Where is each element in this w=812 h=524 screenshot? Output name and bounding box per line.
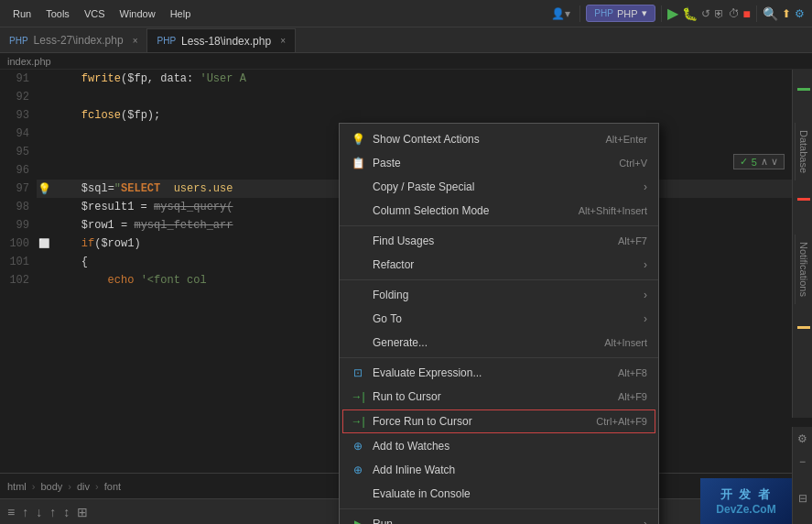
evaluate-icon: ⊡ (351, 366, 365, 379)
folding-label: Folding (373, 289, 408, 301)
separator-4 (340, 508, 658, 509)
user-icon[interactable]: 👤▾ (551, 7, 570, 20)
run-button[interactable]: ▶ (667, 5, 678, 22)
tab-close-less18[interactable]: × (280, 36, 286, 46)
tab-close-less27[interactable]: × (133, 36, 138, 46)
evaluate-shortcut: Alt+F8 (618, 367, 647, 378)
watermark-line2: DevZe.CoM (716, 503, 775, 516)
menu-force-run-to-cursor[interactable]: →| Force Run to Cursor Ctrl+Alt+F9 (342, 409, 655, 433)
menu-run[interactable]: ▶ Run › (340, 512, 658, 524)
tab-label-less27: Less-27\index.php (34, 34, 124, 47)
menu-folding[interactable]: Folding › (340, 283, 658, 307)
force-run-cursor-icon: →| (351, 415, 365, 428)
watermark: 开 发 者 DevZe.CoM (700, 478, 792, 524)
menu-evaluate-console[interactable]: Evaluate in Console (340, 482, 658, 506)
menu-show-context-actions[interactable]: 💡 Show Context Actions Alt+Enter (340, 127, 658, 151)
scroll-mark-yellow3 (797, 326, 810, 329)
generate-label: Generate... (373, 336, 428, 349)
breadcrumb-div: div (77, 481, 90, 492)
file-indicator: index.php (0, 53, 812, 70)
run-label: Run (373, 518, 393, 524)
add-watches-label: Add to Watches (373, 440, 449, 453)
menu-add-to-watches[interactable]: ⊕ Add to Watches (340, 434, 658, 458)
separator-2 (340, 279, 658, 280)
go-to-arrow: › (644, 312, 647, 325)
php-dropdown-arrow: ▾ (642, 7, 647, 19)
code-line-91: 91 fwrite($fp, data: 'User A (0, 70, 792, 88)
coverage-button[interactable]: ⛨ (714, 7, 725, 20)
tools-menu[interactable]: Tools (40, 6, 75, 21)
run-menu[interactable]: Run (7, 6, 37, 21)
tab-icon-less27: PHP (9, 36, 28, 46)
file-title: index.php (7, 56, 51, 67)
vcs-menu[interactable]: VCS (79, 6, 111, 21)
menu-refactor[interactable]: Refactor › (340, 253, 658, 277)
upload-icon[interactable]: ↑ (22, 505, 28, 519)
window-menu[interactable]: Window (114, 6, 161, 21)
update-button[interactable]: ⬆ (782, 7, 791, 20)
column-sel-shortcut: Alt+Shift+Insert (579, 205, 647, 216)
go-to-label: Go To (373, 312, 402, 325)
menu-evaluate-expression[interactable]: ⊡ Evaluate Expression... Alt+F8 (340, 361, 658, 385)
php-selector[interactable]: PHP PHP ▾ (586, 5, 655, 22)
menu-find-usages[interactable]: Find Usages Alt+F7 (340, 229, 658, 253)
debug-button[interactable]: 🐛 (682, 6, 698, 21)
breadcrumb-html: html (7, 481, 27, 492)
menu-generate[interactable]: Generate... Alt+Insert (340, 331, 658, 355)
profiler-button[interactable]: ⏱ (729, 7, 740, 20)
notifications-panel-tab[interactable]: Notifications (795, 235, 812, 304)
menu-copy-paste-special[interactable]: Copy / Paste Special › (340, 175, 658, 199)
tab-less27[interactable]: PHP Less-27\index.php × (0, 28, 147, 52)
upload2-icon[interactable]: ↑ (49, 505, 56, 519)
add-inline-label: Add Inline Watch (373, 464, 455, 476)
menu-run-to-cursor[interactable]: →| Run to Cursor Alt+F9 (340, 385, 658, 409)
menu-go-to[interactable]: Go To › (340, 307, 658, 331)
updown-icon[interactable]: ↕ (63, 505, 70, 519)
copy-paste-arrow: › (644, 180, 647, 193)
find-usages-label: Find Usages (373, 235, 434, 247)
version-badge: ✓ 5 ∧ ∨ (733, 154, 785, 169)
folding-arrow: › (644, 289, 647, 301)
version-arrows: ∧ ∨ (761, 156, 778, 168)
version-check: ✓ (740, 156, 748, 168)
toolbar: Run Tools VCS Window Help 👤▾ PHP PHP ▾ ▶… (0, 0, 812, 27)
add-inline-icon: ⊕ (351, 464, 365, 476)
menu-add-inline-watch[interactable]: ⊕ Add Inline Watch (340, 458, 658, 482)
right-panel-icon[interactable]: ⊟ (798, 492, 807, 505)
settings-button[interactable]: ⚙ (795, 7, 805, 20)
search-button[interactable]: 🔍 (763, 6, 778, 21)
download-icon[interactable]: ↓ (36, 505, 42, 519)
run-cursor-icon: →| (351, 390, 365, 403)
version-count: 5 (752, 157, 757, 168)
refactor-label: Refactor (373, 258, 414, 271)
grid-icon[interactable]: ⊞ (77, 505, 88, 519)
help-menu[interactable]: Help (165, 6, 197, 21)
scroll-mark-red2 (797, 198, 810, 201)
menu-column-selection[interactable]: Column Selection Mode Alt+Shift+Insert (340, 199, 658, 223)
eval-console-label: Evaluate in Console (373, 487, 471, 500)
context-menu: 💡 Show Context Actions Alt+Enter 📋 Paste… (339, 123, 659, 524)
context-actions-label: Show Context Actions (373, 133, 480, 146)
warning-icon-97: 💡 (37, 180, 51, 198)
menu-paste[interactable]: 📋 Paste Ctrl+V (340, 151, 658, 175)
column-sel-label: Column Selection Mode (373, 204, 489, 217)
php-icon: PHP (594, 8, 613, 18)
tab-label-less18: Less-18\index.php (181, 35, 271, 48)
context-actions-icon: 💡 (351, 133, 365, 146)
breadcrumb-font: font (104, 481, 121, 492)
right-minus-icon[interactable]: − (799, 455, 806, 468)
refresh-button[interactable]: ↺ (701, 7, 710, 20)
separator-1 (340, 225, 658, 226)
run-cursor-label: Run to Cursor (373, 390, 441, 403)
hamburger-icon[interactable]: ≡ (7, 505, 15, 519)
database-panel-tab[interactable]: Database (795, 123, 812, 180)
watermark-line1: 开 发 者 (720, 486, 772, 503)
refactor-arrow: › (644, 258, 647, 271)
right-settings-icon[interactable]: ⚙ (797, 432, 807, 445)
paste-shortcut: Ctrl+V (619, 158, 647, 169)
stop-button[interactable]: ■ (743, 6, 751, 21)
code-line-93: 93 fclose($fp); (0, 106, 792, 125)
breadcrumb-body: body (40, 481, 62, 492)
generate-shortcut: Alt+Insert (604, 337, 647, 348)
tab-less18[interactable]: PHP Less-18\index.php × (147, 28, 295, 52)
